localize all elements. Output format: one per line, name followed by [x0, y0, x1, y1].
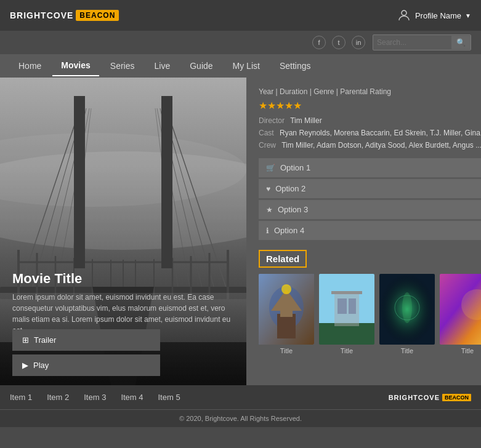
sub-header: f t in 🔍 [0, 31, 481, 54]
facebook-icon[interactable]: f [312, 36, 326, 49]
footer-items: Item 1Item 2Item 3Item 4Item 5 [10, 393, 180, 402]
movie-panel: Movie Title Lorem ipsum dolor sit amet, … [0, 78, 246, 385]
related-thumb-1 [259, 274, 314, 345]
option-icon-1: 🛒 [266, 164, 275, 172]
svg-point-0 [402, 10, 406, 15]
footer-nav: Item 1Item 2Item 3Item 4Item 5 BRIGHTCOV… [0, 385, 481, 409]
trailer-icon: ⊞ [22, 335, 29, 345]
svg-rect-30 [161, 96, 172, 268]
related-item-title-2: Title [341, 347, 353, 354]
director-label: Director [259, 116, 285, 125]
header-right: Profile Name ▼ [397, 8, 471, 23]
option-label-4: Option 4 [274, 226, 304, 235]
search-input[interactable] [373, 38, 451, 47]
related-item[interactable]: Title [379, 274, 435, 354]
details-panel: Year | Duration | Genre | Parental Ratin… [246, 78, 481, 385]
profile-icon [397, 8, 411, 23]
search-button[interactable]: 🔍 [451, 36, 471, 49]
svg-rect-42 [319, 323, 374, 345]
option-label-1: Option 1 [280, 163, 310, 172]
footer-logo-beacon: BEACON [442, 394, 471, 401]
crew-value: Tim Miller, Adam Dotson, Aditya Sood, Al… [281, 141, 481, 150]
svg-rect-46 [331, 291, 362, 294]
dropdown-arrow-icon: ▼ [465, 12, 471, 19]
cast-row: Cast Ryan Reynolds, Morena Baccarin, Ed … [259, 129, 481, 137]
option-btn-1[interactable]: 🛒Option 1 [259, 158, 481, 177]
related-item-title-1: Title [280, 347, 293, 354]
director-row: Director Tim Miller [259, 116, 481, 125]
copyright: © 2020, Brightcove. All Rights Reserved. [0, 409, 481, 427]
related-item[interactable]: Title [440, 274, 481, 354]
logo-beacon-text: BEACON [76, 10, 119, 21]
navigation: Home Movies Series Live Guide My List Se… [0, 54, 481, 78]
movie-info-overlay: Movie Title Lorem ipsum dolor sit amet, … [12, 271, 234, 336]
header: BRIGHTCOVE BEACON Profile Name ▼ [0, 0, 481, 31]
footer-logo: BRIGHTCOVE BEACON [389, 394, 471, 401]
related-item-title-3: Title [401, 347, 413, 354]
cast-label: Cast [259, 129, 274, 137]
footer-item-3[interactable]: Item 3 [84, 393, 106, 402]
nav-guide[interactable]: Guide [181, 56, 221, 76]
play-icon: ▶ [22, 361, 28, 370]
related-title: Related [259, 250, 307, 268]
related-item-title-4: Title [461, 347, 474, 354]
related-items: Title Title Title Title › [259, 274, 481, 354]
option-icon-2: ♥ [266, 185, 270, 193]
footer-item-2[interactable]: Item 2 [47, 393, 69, 402]
svg-rect-29 [74, 96, 85, 268]
trailer-button[interactable]: ⊞ Trailer [12, 329, 160, 351]
logo[interactable]: BRIGHTCOVE BEACON [10, 10, 119, 21]
option-btn-3[interactable]: ★Option 3 [259, 200, 481, 219]
options-list: 🛒Option 1♥Option 2★Option 3ℹOption 4 [259, 158, 481, 240]
movie-rating-stars: ★★★★★ [259, 100, 481, 111]
footer-logo-brightcove: BRIGHTCOVE [389, 394, 440, 401]
related-thumb-2 [319, 274, 374, 345]
copyright-text: © 2020, Brightcove. All Rights Reserved. [179, 415, 302, 422]
option-icon-4: ℹ [266, 226, 269, 235]
footer-item-4[interactable]: Item 4 [121, 393, 143, 402]
related-thumb-3 [379, 274, 435, 345]
option-btn-4[interactable]: ℹOption 4 [259, 221, 481, 240]
twitter-icon[interactable]: t [332, 36, 346, 49]
play-button[interactable]: ▶ Play [12, 354, 160, 376]
director-value: Tim Miller [290, 116, 322, 125]
nav-series[interactable]: Series [102, 56, 143, 76]
option-icon-3: ★ [266, 206, 273, 214]
social-icons: f t in [312, 36, 365, 49]
profile-name: Profile Name [415, 11, 461, 20]
logo-brightcove-text: BRIGHTCOVE [10, 10, 73, 20]
nav-live[interactable]: Live [146, 56, 179, 76]
related-section: Related Title Title Title Title › [259, 250, 481, 354]
related-thumb-4 [440, 274, 481, 345]
related-item[interactable]: Title [319, 274, 374, 354]
main-content: Movie Title Lorem ipsum dolor sit amet, … [0, 78, 481, 385]
nav-home[interactable]: Home [10, 56, 50, 76]
profile-section[interactable]: Profile Name ▼ [397, 8, 471, 23]
nav-my-list[interactable]: My List [224, 56, 269, 76]
footer-item-5[interactable]: Item 5 [158, 393, 180, 402]
nav-movies[interactable]: Movies [52, 55, 99, 76]
nav-settings[interactable]: Settings [271, 56, 320, 76]
related-item[interactable]: Title [259, 274, 314, 354]
movie-action-buttons: ⊞ Trailer ▶ Play [12, 329, 234, 376]
svg-rect-44 [338, 298, 347, 314]
cast-value: Ryan Reynolds, Morena Baccarin, Ed Skrei… [280, 129, 481, 137]
svg-point-40 [281, 284, 291, 294]
option-btn-2[interactable]: ♥Option 2 [259, 179, 481, 198]
footer-item-1[interactable]: Item 1 [10, 393, 32, 402]
movie-meta: Year | Duration | Genre | Parental Ratin… [259, 87, 481, 96]
movie-title: Movie Title [12, 271, 234, 287]
option-label-3: Option 3 [278, 205, 308, 214]
svg-point-50 [402, 292, 412, 323]
crew-label: Crew [259, 141, 276, 150]
instagram-icon[interactable]: in [352, 36, 365, 49]
option-label-2: Option 2 [275, 184, 305, 193]
svg-rect-37 [277, 314, 296, 338]
search-bar: 🔍 [373, 34, 471, 50]
svg-rect-45 [349, 298, 356, 314]
crew-row: Crew Tim Miller, Adam Dotson, Aditya Soo… [259, 141, 481, 150]
